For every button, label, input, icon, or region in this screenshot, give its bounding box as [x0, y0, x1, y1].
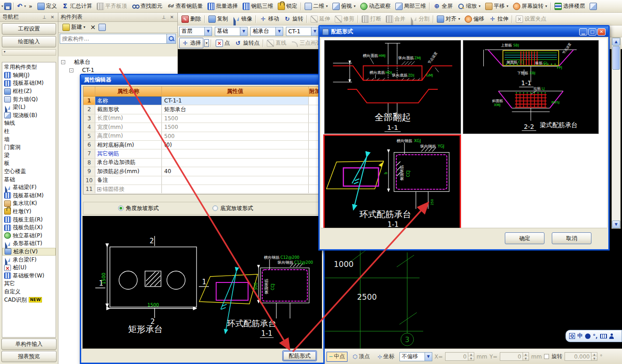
x-input[interactable]: 0 ▲▼ — [445, 352, 474, 361]
nav-shear-wall[interactable]: 剪力墙(Q) — [2, 95, 56, 103]
nav-cast-slab[interactable]: 现浇板(B) — [2, 112, 56, 120]
nav-column-pier[interactable]: 柱墩(Y) — [2, 208, 56, 216]
scroll-down-icon[interactable]: ▼ — [612, 220, 620, 228]
btn-extra-cube[interactable] — [587, 1, 601, 11]
overflow-chevron[interactable]: » — [29, 3, 32, 10]
nav-cat-opening[interactable]: 门窗洞 — [2, 144, 56, 152]
property-editor-titlebar[interactable]: 属性编辑器 — [81, 75, 323, 85]
property-row[interactable]: 5 +高度(mm) 500 — [83, 132, 321, 141]
nav-isolated-foundation[interactable]: 独立基础(P) — [2, 231, 56, 240]
undo-icon[interactable] — [16, 3, 23, 10]
nav-raft-foundation2[interactable]: 筏板基础(M) — [2, 192, 56, 200]
btn-split[interactable]: 分割 — [408, 14, 432, 24]
btn-align[interactable]: 对齐 — [435, 14, 462, 24]
btn-rebar-3d[interactable]: 钢筋三维 — [240, 1, 275, 11]
nav-strip-foundation[interactable]: 条形基础(T) — [2, 240, 56, 248]
nav-cat-other[interactable]: 其它 — [2, 280, 56, 288]
nav-cat-slab[interactable]: 板 — [2, 159, 56, 168]
btn-top-view[interactable]: 俯视 — [330, 1, 358, 11]
nav-pile[interactable]: 桩(U) — [2, 264, 56, 272]
user-icon[interactable] — [609, 333, 614, 339]
chevron-down-icon[interactable]: ▼ — [204, 27, 212, 36]
btn-rotate-point[interactable]: 旋转点 — [232, 38, 262, 48]
btn-find-element[interactable]: 查找图元 — [130, 1, 165, 11]
chevron-down-icon[interactable]: ▼ — [275, 27, 283, 36]
btn-delete[interactable]: 删除 — [179, 14, 203, 24]
cancel-button[interactable]: 取消 — [552, 232, 591, 244]
nav-cat-foundation[interactable]: 基础 — [2, 175, 56, 184]
undo-caret-icon[interactable]: ▾ — [24, 4, 26, 8]
btn-dynamic-observe[interactable]: 动态观察 — [358, 1, 393, 11]
nav-axis-grid[interactable]: 轴网(J) — [2, 72, 56, 80]
delete-component-icon[interactable]: ✕ — [90, 24, 96, 31]
combo-floor[interactable]: 首层 ▼ — [179, 27, 212, 36]
btn-set-grip[interactable]: 设置夹点 — [513, 14, 549, 24]
dialog-scrollbar[interactable]: ▲ ▼ — [612, 37, 621, 229]
radio-bottom-width-slope[interactable]: 底宽放坡形式 — [213, 205, 253, 212]
btn-point[interactable]: 点 — [213, 38, 232, 48]
nav-raft-foundation[interactable]: 筏板基础(M) — [2, 79, 56, 87]
search-icon[interactable] — [166, 34, 176, 43]
nav-header-common[interactable]: 常用构件类型 — [2, 63, 56, 72]
spinner-icons[interactable]: ▲▼ — [468, 353, 474, 360]
btn-move[interactable]: 移动 — [257, 14, 281, 24]
scroll-up-icon[interactable]: ▲ — [612, 38, 620, 46]
y-input[interactable]: 0 ▲▼ — [500, 352, 529, 361]
btn-break[interactable]: 打断 — [359, 14, 384, 24]
nav-cap-beam[interactable]: 承台梁(F) — [2, 256, 56, 264]
nav-cat-custom[interactable]: 自定义 — [2, 288, 56, 296]
nav-cad-recognize[interactable]: CAD识别 NEW — [2, 296, 56, 304]
btn-line[interactable]: 直线 — [264, 38, 289, 48]
rebar-option-beam-type[interactable]: 上部筋 SBJ 侧面筋 CCJ 箍筋 GJ 下部筋 XBJ FPJ 节点设置 1… — [463, 40, 599, 134]
rebar-option-full-upturn[interactable]: 横向面筋 HMJ 纵向面筋 ZMJ 横向底筋 HDJ 纵向底筋 ZDJ 节点设置… — [324, 40, 461, 134]
nav-foundation-band[interactable]: 基础板带(W) — [2, 272, 56, 280]
select-caret-icon[interactable]: ▾ — [204, 39, 209, 47]
snap-vertex-button[interactable]: ⬡ 顶点 — [350, 352, 372, 362]
snap-coordinate-button[interactable]: ⊹ 坐标 — [375, 352, 397, 362]
close-button[interactable]: ✕ — [597, 28, 606, 36]
keyboard-icon[interactable] — [600, 334, 607, 338]
ok-button[interactable]: 确定 — [505, 232, 544, 244]
nav-sump-pit[interactable]: 集水坑(K) — [2, 200, 56, 208]
nav-collapse-strip[interactable]: ▾ — [2, 49, 56, 56]
combo-category[interactable]: 基础 ▼ — [215, 27, 248, 36]
search-input[interactable] — [60, 34, 166, 43]
moon-icon[interactable] — [585, 333, 591, 339]
btn-copy[interactable]: 复制 — [206, 14, 230, 24]
select-button[interactable]: 选择 — [179, 38, 203, 48]
btn-align-slab-top[interactable]: 平齐板顶 — [94, 1, 130, 11]
btn-summary-calc[interactable]: 汇总计算 — [59, 1, 94, 11]
property-row[interactable]: 7 +其它钢筋 — [83, 149, 321, 158]
pin-icon[interactable]: ⊥ — [161, 15, 167, 20]
tab-report-preview[interactable]: 报表预览 — [1, 351, 57, 362]
tree-node-pile-cap[interactable]: - 桩承台 — [58, 58, 177, 66]
tab-project-settings[interactable]: 工程设置 — [2, 23, 56, 35]
ime-toolbar[interactable]: Q 中 °, — [565, 330, 622, 342]
tab-single-component-input[interactable]: 单构件输入 — [1, 338, 57, 350]
offset-mode-combo[interactable]: 不偏移 ▼ — [399, 352, 432, 361]
property-row[interactable]: 4 +宽度(mm) 1500 — [83, 123, 321, 132]
chevron-down-icon[interactable]: ▼ — [240, 27, 247, 36]
btn-pan[interactable]: 平移 — [483, 1, 511, 11]
nav-cat-wall[interactable]: 墙 — [2, 135, 56, 144]
tree-node-ct1[interactable]: - CT-1 — [58, 66, 177, 74]
radio-angle-slope[interactable]: 角度放坡形式 — [118, 205, 159, 212]
chevron-down-icon[interactable]: ▼ — [311, 27, 318, 36]
rebar-option-ring-type[interactable]: 横向钢筋 XGJ 纵向钢筋 YGJ 侧面钢筋 CCJ b 250 环式配筋承台 … — [323, 134, 461, 231]
nav-raft-neg-rebar[interactable]: 筏板负筋(X) — [2, 224, 56, 232]
btn-merge[interactable]: 合并 — [384, 14, 408, 24]
combo-component[interactable]: CT-1 ▼ — [286, 27, 319, 36]
snap-midpoint-button[interactable]: ─ 中点 — [327, 352, 347, 362]
rebar-form-button[interactable]: 配筋形式 — [282, 350, 317, 361]
dialog-titlebar[interactable]: 配筋形式 ▁ □ ✕ — [320, 26, 608, 37]
nav-beam[interactable]: 梁(L) — [2, 103, 56, 112]
combo-type[interactable]: 桩承台 ▼ — [250, 27, 283, 36]
property-row[interactable]: 6 +相对底标高(m) (0) — [83, 141, 321, 149]
nav-cat-hollow-floor[interactable]: 空心楼盖 — [2, 168, 56, 176]
btn-select-floor[interactable]: 选择楼层 — [552, 1, 587, 11]
rotate-checkbox[interactable] — [544, 354, 549, 359]
nav-frame-column[interactable]: 框柱(Z) — [2, 87, 56, 96]
btn-full-screen[interactable]: 全屏 — [431, 1, 455, 11]
btn-trim[interactable]: 修剪 — [332, 14, 357, 24]
btn-extend[interactable]: 延伸 — [308, 14, 332, 24]
